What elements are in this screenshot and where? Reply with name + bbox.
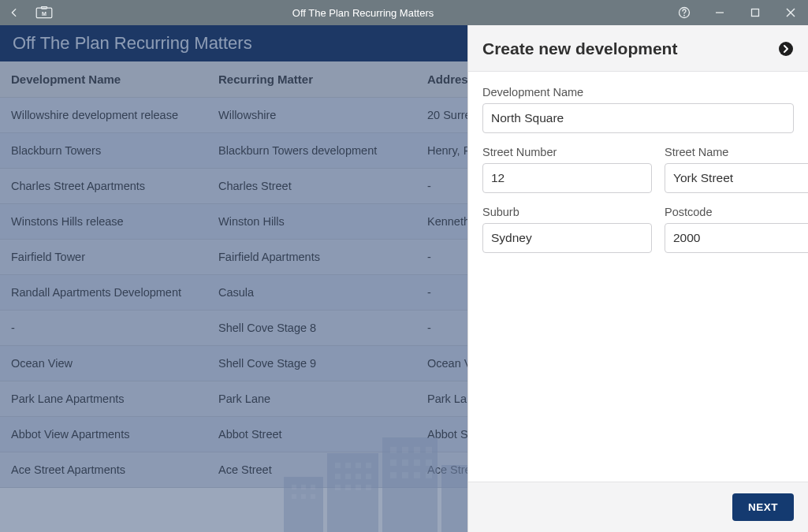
next-button[interactable]: NEXT bbox=[732, 493, 794, 521]
label-street-number: Street Number bbox=[482, 146, 652, 158]
chevron-circle-right-icon[interactable] bbox=[778, 41, 794, 57]
window-titlebar: M Off The Plan Recurring Matters bbox=[0, 0, 808, 25]
field-dev-name: Development Name bbox=[482, 86, 794, 133]
input-street-name[interactable] bbox=[665, 163, 808, 193]
field-street-name: Street Name bbox=[665, 146, 808, 193]
label-postcode: Postcode bbox=[665, 206, 808, 218]
label-street-name: Street Name bbox=[665, 146, 808, 158]
input-postcode[interactable] bbox=[665, 223, 808, 253]
panel-body: Development Name Street Number Street Na… bbox=[468, 72, 808, 482]
svg-text:M: M bbox=[42, 11, 47, 17]
panel-header: Create new development bbox=[468, 25, 808, 72]
minimize-button[interactable] bbox=[702, 0, 737, 25]
titlebar-nav: M bbox=[0, 0, 60, 25]
svg-rect-6 bbox=[751, 9, 758, 17]
field-suburb: Suburb bbox=[482, 206, 652, 253]
field-postcode: Postcode bbox=[665, 206, 808, 253]
window-controls bbox=[666, 0, 808, 25]
back-button[interactable] bbox=[0, 0, 28, 25]
input-suburb[interactable] bbox=[482, 223, 652, 253]
label-dev-name: Development Name bbox=[482, 86, 794, 99]
input-street-number[interactable] bbox=[482, 163, 652, 193]
panel-footer: NEXT bbox=[468, 482, 808, 532]
matter-icon[interactable]: M bbox=[28, 0, 60, 25]
svg-point-43 bbox=[779, 42, 793, 56]
svg-point-4 bbox=[683, 15, 685, 17]
panel-title: Create new development bbox=[482, 39, 677, 58]
help-button[interactable] bbox=[666, 0, 702, 25]
input-dev-name[interactable] bbox=[482, 103, 794, 133]
create-development-panel: Create new development Development Name … bbox=[467, 25, 808, 532]
close-button[interactable] bbox=[773, 0, 808, 25]
maximize-button[interactable] bbox=[737, 0, 773, 25]
window-title: Off The Plan Recurring Matters bbox=[60, 7, 666, 19]
field-street-number: Street Number bbox=[482, 146, 652, 193]
label-suburb: Suburb bbox=[482, 206, 652, 218]
